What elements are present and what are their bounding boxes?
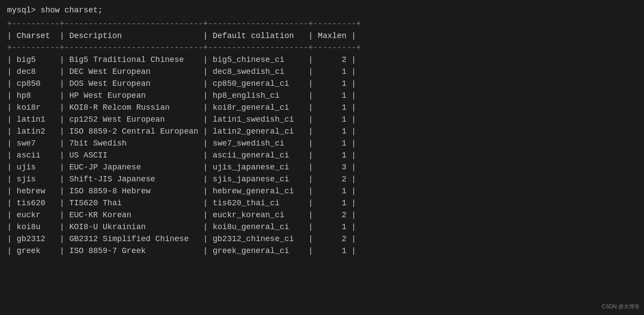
list-item: | koi8u | KOI8-U Ukrainian | koi8u_gener… [7, 221, 637, 233]
list-item: | koi8r | KOI8-R Relcom Russian | koi8r_… [7, 102, 637, 114]
list-item: | greek | ISO 8859-7 Greek | greek_gener… [7, 245, 637, 257]
list-item: | hebrew | ISO 8859-8 Hebrew | hebrew_ge… [7, 185, 637, 197]
list-item: | latin2 | ISO 8859-2 Central European |… [7, 126, 637, 138]
list-item: | dec8 | DEC West European | dec8_swedis… [7, 66, 637, 78]
list-item: | hp8 | HP West European | hp8_english_c… [7, 90, 637, 102]
watermark-label: CSDN @大理寺 [602, 303, 640, 311]
list-item: | ujis | EUC-JP Japanese | ujis_japanese… [7, 161, 637, 173]
list-item: | big5 | Big5 Traditional Chinese | big5… [7, 54, 637, 66]
table-header: | Charset | Description | Default collat… [7, 30, 637, 42]
terminal-window: mysql> show charset; +----------+-------… [0, 0, 644, 315]
list-item: | swe7 | 7bit Swedish | swe7_swedish_ci … [7, 138, 637, 150]
separator-top: +----------+----------------------------… [7, 18, 637, 30]
list-item: | ascii | US ASCII | ascii_general_ci | … [7, 150, 637, 161]
list-item: | sjis | Shift-JIS Japanese | sjis_japan… [7, 173, 637, 185]
list-item: | euckr | EUC-KR Korean | euckr_korean_c… [7, 209, 637, 221]
list-item: | tis620 | TIS620 Thai | tis620_thai_ci … [7, 197, 637, 209]
separator-mid: +----------+----------------------------… [7, 42, 637, 54]
list-item: | cp850 | DOS West European | cp850_gene… [7, 78, 637, 90]
list-item: | latin1 | cp1252 West European | latin1… [7, 114, 637, 126]
list-item: | gb2312 | GB2312 Simplified Chinese | g… [7, 233, 637, 245]
command-line: mysql> show charset; [7, 4, 637, 16]
